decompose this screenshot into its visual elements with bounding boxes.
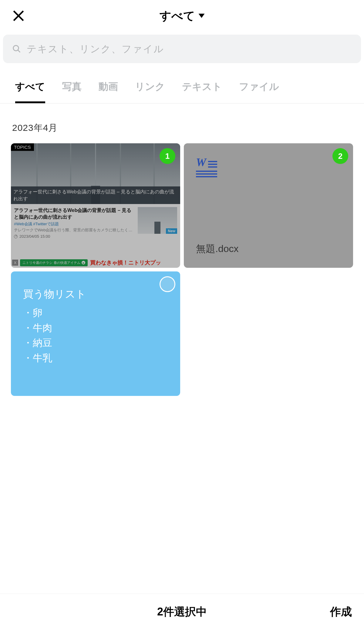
article-title: アラフォー世代に刺さるWeb会議の背景が話題 – 見ると脳内にあの曲が流れ出す bbox=[14, 207, 135, 220]
tab-videos[interactable]: 動画 bbox=[99, 80, 118, 103]
new-badge: New bbox=[166, 228, 177, 234]
card-note[interactable]: 買う物リスト ・卵 ・牛肉 ・納豆 ・牛乳 bbox=[11, 271, 180, 396]
article-date: 2023/04/05 15:00 bbox=[14, 234, 135, 239]
chevron-down-icon bbox=[199, 14, 205, 18]
ad-green-sub: 春の快適アイテム bbox=[54, 261, 80, 265]
card-article[interactable]: 1 TOPICS アラフォー世代に刺さるWeb会議の背景が話題 – 見ると脳内に… bbox=[11, 143, 180, 268]
create-button[interactable]: 作成 bbox=[330, 604, 352, 619]
article-desc: テレワークでWeb会議を行う際、背景の部屋をカメラに映したく… bbox=[14, 227, 135, 233]
selection-badge[interactable]: 2 bbox=[332, 148, 348, 164]
topics-tag: TOPICS bbox=[11, 143, 34, 151]
play-icon: ▸ bbox=[82, 261, 85, 264]
selection-badge[interactable]: 1 bbox=[160, 148, 175, 164]
ad-strip: X ニトリ今週のチラシ 春の快適アイテム ▸ 買わなきゃ損！ニトリ大プッ bbox=[11, 257, 180, 268]
word-doc-icon: W bbox=[196, 155, 217, 177]
note-title: 買う物リスト bbox=[23, 287, 168, 301]
article-body: アラフォー世代に刺さるWeb会議の背景が話題 – 見ると脳内にあの曲が流れ出す … bbox=[11, 204, 180, 242]
tab-files[interactable]: ファイル bbox=[239, 80, 279, 103]
article-hero-image: TOPICS アラフォー世代に刺さるWeb会議の背景が話題 – 見ると脳内にあの… bbox=[11, 143, 180, 204]
article-thumbnail: New bbox=[138, 207, 177, 234]
selection-status: 2件選択中 bbox=[157, 604, 207, 619]
header-bar: すべて bbox=[0, 0, 364, 32]
search-input[interactable] bbox=[27, 43, 352, 55]
title-dropdown[interactable]: すべて bbox=[160, 8, 205, 24]
svg-point-2 bbox=[13, 46, 19, 51]
article-date-text: 2023/04/05 15:00 bbox=[19, 234, 50, 239]
tab-text[interactable]: テキスト bbox=[182, 80, 222, 103]
note-item: ・牛乳 bbox=[23, 351, 168, 366]
tab-photos[interactable]: 写真 bbox=[62, 80, 82, 103]
word-letter: W bbox=[196, 155, 206, 169]
search-icon bbox=[12, 44, 21, 53]
hero-caption: アラフォー世代に刺さるWeb会議の背景が話題 – 見ると脳内にあの曲が流れ出す bbox=[11, 186, 180, 204]
ad-close-icon[interactable]: X bbox=[12, 260, 18, 266]
page-title: すべて bbox=[160, 8, 195, 24]
ad-green-pill: ニトリ今週のチラシ 春の快適アイテム ▸ bbox=[20, 259, 88, 266]
selection-badge-empty[interactable] bbox=[160, 276, 175, 292]
tabs-row: すべて 写真 動画 リンク テキスト ファイル bbox=[0, 63, 364, 104]
note-item: ・牛肉 bbox=[23, 321, 168, 336]
ad-green-label: ニトリ今週のチラシ bbox=[22, 261, 52, 265]
file-name: 無題.docx bbox=[196, 242, 341, 256]
content-grid: 1 TOPICS アラフォー世代に刺さるWeb会議の背景が話題 – 見ると脳内に… bbox=[0, 143, 364, 396]
note-item: ・納豆 bbox=[23, 335, 168, 351]
tab-links[interactable]: リンク bbox=[135, 80, 165, 103]
search-bar[interactable] bbox=[3, 35, 361, 63]
close-icon[interactable] bbox=[12, 9, 25, 22]
tab-all[interactable]: すべて bbox=[15, 80, 45, 103]
note-item: ・卵 bbox=[23, 305, 168, 321]
clock-icon bbox=[14, 235, 18, 238]
footer-bar: 2件選択中 作成 bbox=[0, 594, 364, 630]
section-date: 2023年4月 bbox=[0, 104, 364, 143]
article-tags: #Web会議 #Twitterで話題 bbox=[14, 221, 135, 227]
svg-line-3 bbox=[18, 50, 20, 53]
ad-red-text: 買わなきゃ損！ニトリ大プッ bbox=[88, 258, 180, 267]
card-file[interactable]: 2 W 無題.docx bbox=[184, 143, 353, 268]
